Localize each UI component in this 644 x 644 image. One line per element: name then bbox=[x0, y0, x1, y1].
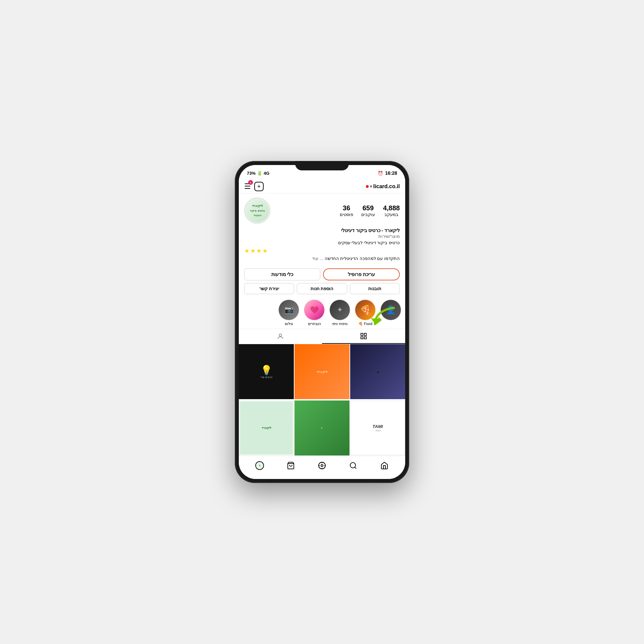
bio-line1: כרטיס ביקור דיגיטלי לבעלי עסקים bbox=[244, 240, 400, 246]
svg-point-12 bbox=[350, 463, 356, 468]
stat-posts[interactable]: 36 פוסטים bbox=[340, 204, 353, 217]
status-right: ⏰ 16:28 bbox=[378, 170, 397, 176]
posts-grid: 💡 כרטיס-פרי ליקארד 📱 ליקארד bbox=[239, 344, 405, 456]
edit-profile-button[interactable]: עריכת פרופיל bbox=[323, 268, 400, 280]
highlight-photo[interactable]: 📷 צילום bbox=[278, 300, 299, 326]
svg-point-7 bbox=[321, 465, 323, 467]
bio-line2: התקדמו עם למהפכה הדיגיטלית החדשה bbox=[325, 256, 400, 261]
highlight-food[interactable]: 🍕 Food 🍕 bbox=[355, 300, 376, 326]
home-nav-button[interactable] bbox=[378, 459, 391, 472]
search-nav-button[interactable] bbox=[346, 459, 360, 472]
network-type: 4G bbox=[264, 171, 269, 176]
bottom-nav: ל bbox=[239, 456, 405, 479]
followers-count: 4,888 bbox=[383, 204, 400, 212]
profile-stats-row: 4,888 במעקב 659 עוקבים 36 פוסטים ליקארדכ… bbox=[244, 198, 400, 224]
followers-label: במעקב bbox=[384, 212, 398, 217]
star-3: ★ bbox=[256, 247, 262, 255]
food-label: Food 🍕 bbox=[358, 322, 372, 326]
svg-rect-3 bbox=[361, 337, 363, 339]
svg-rect-1 bbox=[361, 333, 363, 335]
ig-header: ☰ 1 + ▾ licard.co.il bbox=[239, 180, 405, 194]
add-shop-button[interactable]: הוספת חנות bbox=[297, 283, 347, 294]
posts-count: 36 bbox=[343, 204, 350, 212]
stats-group: 4,888 במעקב 659 עוקבים 36 פוסטים bbox=[270, 204, 400, 217]
tab-tagged[interactable] bbox=[239, 329, 322, 344]
menu-button[interactable]: ☰ 1 bbox=[244, 182, 251, 191]
action-buttons: עריכת פרופיל כלי מודעות תובנות הוספת חנו… bbox=[239, 266, 405, 297]
stars-row: ★ ★ ★ ★ bbox=[244, 247, 400, 255]
phone-screen: 73% 🔋 4G ⏰ 16:28 ☰ 1 + ▾ licard.co.il bbox=[239, 165, 405, 479]
username-label: licard.co.il bbox=[373, 183, 400, 190]
svg-point-0 bbox=[279, 334, 281, 336]
nav-profile-avatar: ל bbox=[255, 461, 264, 470]
online-status-dot bbox=[366, 185, 369, 188]
bio-name: ליקארד - כרטיס ביקור דיגיטלי bbox=[244, 228, 400, 233]
highlights-row: 👤 🍕 Food 🍕 ✦ טיפוח וויפי bbox=[243, 300, 401, 326]
chosen-label: הנבחרים bbox=[308, 322, 321, 326]
post-5[interactable]: ✓ bbox=[294, 400, 350, 455]
highlight-partial[interactable]: 👤 bbox=[380, 300, 401, 326]
highlight-chosen[interactable]: 💗 הנבחרים bbox=[304, 300, 325, 326]
photo-label: צילום bbox=[285, 322, 293, 326]
clock-display: 16:28 bbox=[385, 170, 397, 176]
following-label: עוקבים bbox=[361, 212, 375, 217]
all-info-button[interactable]: כלי מודעות bbox=[244, 268, 320, 280]
ig-header-left: ☰ 1 + bbox=[244, 182, 264, 191]
svg-rect-2 bbox=[364, 333, 366, 335]
chevron-down-icon: ▾ bbox=[370, 184, 372, 189]
tip-circle: ✦ bbox=[329, 300, 350, 320]
contact-button[interactable]: יצירת קשר bbox=[244, 283, 294, 294]
star-1: ★ bbox=[244, 247, 250, 255]
battery-icon: 🔋 bbox=[257, 171, 262, 176]
post-3[interactable]: 📱 bbox=[350, 344, 405, 399]
alarm-icon: ⏰ bbox=[378, 171, 383, 176]
profile-avatar[interactable]: ליקארדכרטיס ביקורדיגיטלי bbox=[244, 198, 270, 224]
post-2[interactable]: ליקארד bbox=[294, 344, 350, 399]
stat-following[interactable]: 659 עוקבים bbox=[361, 204, 375, 217]
notification-badge: 1 bbox=[248, 180, 253, 185]
buttons-row-2: תובנות הוספת חנות יצירת קשר bbox=[244, 283, 400, 294]
profile-section: 4,888 במעקב 659 עוקבים 36 פוסטים ליקארדכ… bbox=[239, 194, 405, 266]
star-2: ★ bbox=[250, 247, 256, 255]
shop-nav-button[interactable] bbox=[284, 459, 298, 472]
stat-followers[interactable]: 4,888 במעקב bbox=[383, 204, 400, 217]
more-link[interactable]: ... עוד bbox=[312, 256, 323, 261]
photo-circle: 📷 bbox=[278, 300, 299, 320]
bio-cta: התקדמו עם למהפכה הדיגיטלית החדשה ... עוד bbox=[244, 256, 400, 261]
status-left: 73% 🔋 4G bbox=[247, 171, 269, 176]
highlights-section: 👤 🍕 Food 🍕 ✦ טיפוח וויפי bbox=[239, 297, 405, 329]
buttons-row-1: עריכת פרופיל כלי מודעות bbox=[244, 268, 400, 280]
reels-nav-button[interactable] bbox=[315, 459, 329, 472]
phone-notch bbox=[295, 161, 349, 170]
insights-button[interactable]: תובנות bbox=[350, 283, 400, 294]
svg-line-13 bbox=[355, 467, 356, 469]
svg-rect-4 bbox=[364, 337, 366, 339]
profile-nav-button[interactable]: ל bbox=[253, 459, 266, 472]
add-post-button[interactable]: + bbox=[254, 182, 264, 191]
partial-circle: 👤 bbox=[380, 300, 401, 320]
star-4: ★ bbox=[262, 247, 268, 255]
post-4[interactable]: ליקארד bbox=[239, 400, 294, 455]
post-6[interactable]: TAMI טאמי bbox=[350, 400, 405, 455]
tabs-bar bbox=[239, 329, 405, 344]
chosen-circle: 💗 bbox=[304, 300, 325, 320]
bio-category: מוצר/שירות bbox=[244, 234, 400, 239]
food-circle: 🍕 bbox=[355, 300, 376, 320]
posts-label: פוסטים bbox=[340, 212, 353, 217]
post-1[interactable]: 💡 כרטיס-פרי bbox=[239, 344, 294, 399]
tab-grid[interactable] bbox=[322, 329, 405, 344]
profile-username-area[interactable]: ▾ licard.co.il bbox=[366, 183, 400, 190]
highlight-tip[interactable]: ✦ טיפוח וויפי bbox=[329, 300, 350, 326]
tip-label: טיפוח וויפי bbox=[332, 322, 347, 326]
following-count: 659 bbox=[363, 204, 374, 212]
avatar-inner: ליקארדכרטיס ביקורדיגיטלי bbox=[246, 199, 269, 222]
phone-frame: 73% 🔋 4G ⏰ 16:28 ☰ 1 + ▾ licard.co.il bbox=[235, 161, 409, 483]
profile-bio: ליקארד - כרטיס ביקור דיגיטלי מוצר/שירות … bbox=[244, 228, 400, 261]
battery-percent: 73% bbox=[247, 171, 256, 176]
